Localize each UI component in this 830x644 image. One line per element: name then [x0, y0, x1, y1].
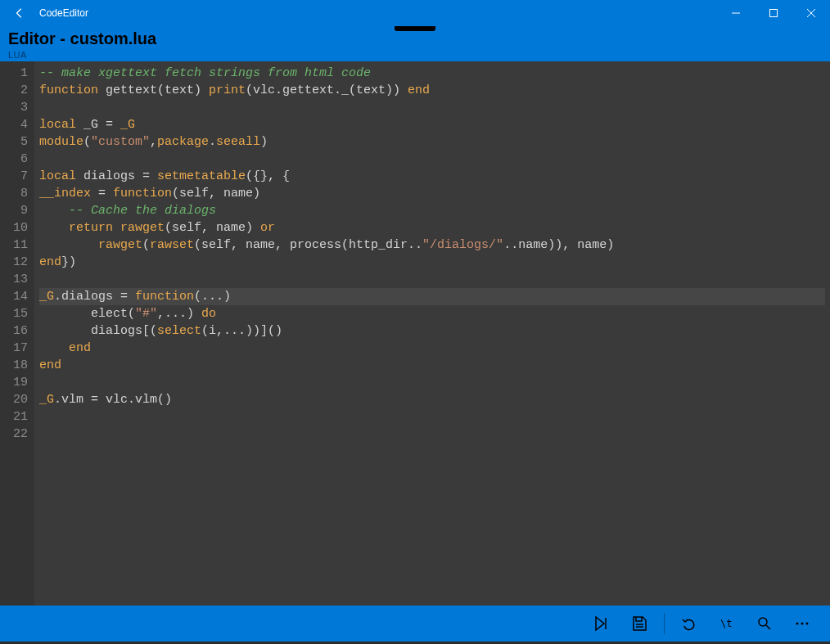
close-icon: [807, 9, 815, 17]
app-title: CodeEditor: [39, 7, 88, 19]
tab-button[interactable]: \t: [709, 607, 745, 640]
grab-handle[interactable]: [395, 26, 435, 31]
maximize-icon: [769, 9, 778, 17]
line-number: 2: [3, 82, 28, 99]
line-number: 20: [3, 391, 28, 408]
minimize-icon: [732, 9, 740, 17]
line-number: 12: [3, 254, 28, 271]
code-line[interactable]: end}): [39, 254, 825, 271]
line-number: 10: [3, 219, 28, 236]
code-content[interactable]: -- make xgettext fetch strings from html…: [34, 61, 830, 606]
line-number: 14: [3, 288, 28, 305]
code-line[interactable]: [39, 426, 825, 443]
close-button[interactable]: [792, 0, 830, 26]
line-number: 6: [3, 151, 28, 168]
line-number: 8: [3, 185, 28, 202]
separator: [664, 613, 665, 634]
page-title: Editor - custom.lua: [8, 29, 822, 48]
line-number: 3: [3, 99, 28, 116]
code-line[interactable]: [39, 151, 825, 168]
svg-rect-1: [770, 10, 778, 17]
code-line[interactable]: -- Cache the dialogs: [39, 202, 825, 219]
code-line[interactable]: rawget(rawset(self, name, process(http_d…: [39, 236, 825, 254]
window-controls: [717, 0, 830, 26]
svg-point-9: [801, 623, 804, 625]
tab-icon: \t: [719, 615, 735, 632]
find-button[interactable]: [747, 607, 783, 640]
code-line[interactable]: local _G = _G: [39, 116, 825, 133]
line-number: 1: [3, 65, 28, 82]
undo-icon: [681, 615, 697, 632]
code-line[interactable]: dialogs[(select(i,...))](): [39, 322, 825, 340]
line-number: 16: [3, 322, 28, 340]
more-icon: [794, 615, 810, 632]
svg-point-10: [806, 623, 809, 625]
svg-text:\t: \t: [720, 618, 732, 629]
header: Editor - custom.lua LUA: [0, 26, 830, 61]
bottombar: \t: [0, 606, 830, 642]
code-line[interactable]: return rawget(self, name) or: [39, 219, 825, 236]
run-button[interactable]: [584, 607, 620, 640]
line-number: 15: [3, 305, 28, 322]
code-line[interactable]: _G.dialogs = function(...): [39, 288, 825, 305]
line-number: 13: [3, 271, 28, 288]
line-number: 5: [3, 133, 28, 151]
save-icon: [631, 615, 647, 632]
line-number: 4: [3, 116, 28, 133]
save-button[interactable]: [621, 607, 657, 640]
line-number: 7: [3, 168, 28, 185]
svg-point-6: [759, 618, 767, 626]
code-line[interactable]: [39, 99, 825, 116]
code-line[interactable]: _G.vlm = vlc.vlm(): [39, 391, 825, 408]
more-button[interactable]: [784, 607, 820, 640]
line-number: 21: [3, 408, 28, 426]
undo-button[interactable]: [671, 607, 707, 640]
editor-area[interactable]: 12345678910111213141516171819202122 -- m…: [0, 61, 830, 606]
titlebar: CodeEditor: [0, 0, 830, 26]
code-line[interactable]: __index = function(self, name): [39, 185, 825, 202]
line-number: 18: [3, 357, 28, 374]
gutter: 12345678910111213141516171819202122: [0, 61, 34, 606]
code-line[interactable]: [39, 408, 825, 426]
svg-point-8: [796, 623, 799, 625]
code-line[interactable]: end: [39, 340, 825, 357]
code-line[interactable]: -- make xgettext fetch strings from html…: [39, 65, 825, 82]
code-line[interactable]: [39, 271, 825, 288]
code-line[interactable]: module("custom",package.seeall): [39, 133, 825, 151]
line-number: 11: [3, 236, 28, 254]
run-icon: [593, 615, 610, 632]
minimize-button[interactable]: [717, 0, 755, 26]
back-button[interactable]: [0, 0, 39, 26]
maximize-button[interactable]: [755, 0, 792, 26]
code-line[interactable]: elect("#",...) do: [39, 305, 825, 322]
line-number: 9: [3, 202, 28, 219]
language-label: LUA: [8, 50, 822, 60]
search-icon: [756, 615, 773, 632]
line-number: 19: [3, 374, 28, 391]
line-number: 22: [3, 426, 28, 443]
code-line[interactable]: local dialogs = setmetatable({}, {: [39, 168, 825, 185]
code-line[interactable]: end: [39, 357, 825, 374]
svg-line-7: [766, 625, 770, 629]
code-line[interactable]: function gettext(text) print(vlc.gettext…: [39, 82, 825, 99]
code-line[interactable]: [39, 374, 825, 391]
line-number: 17: [3, 340, 28, 357]
back-icon: [14, 7, 25, 19]
